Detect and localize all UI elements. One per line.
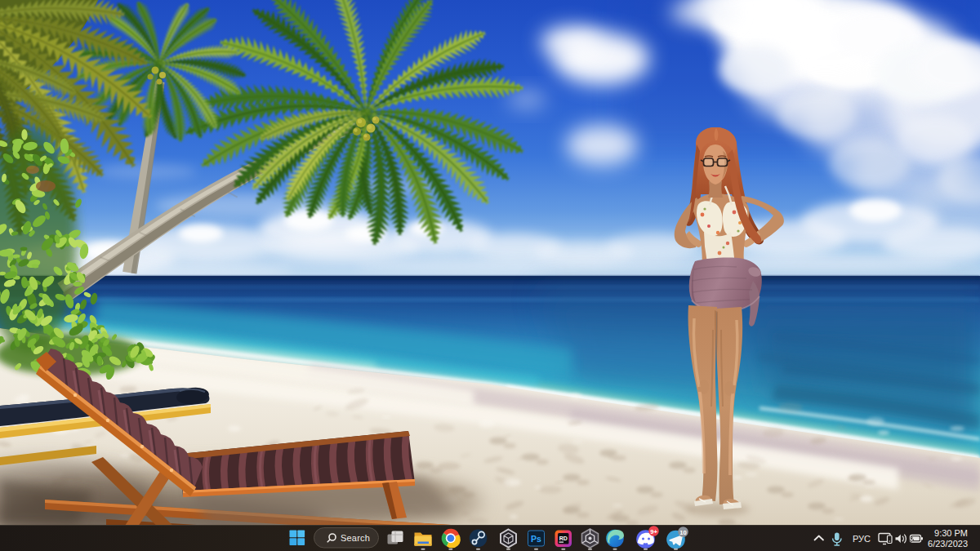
svg-text:6/23/2023: 6/23/2023 xyxy=(928,539,968,549)
svg-text:Search: Search xyxy=(341,533,370,543)
svg-text:9:30 PM: 9:30 PM xyxy=(934,528,968,538)
svg-text:Ps: Ps xyxy=(531,534,541,544)
svg-text:10: 10 xyxy=(679,529,686,536)
svg-text:РУС: РУС xyxy=(853,534,871,544)
svg-text:RD: RD xyxy=(559,535,568,541)
svg-text:9+: 9+ xyxy=(650,528,657,535)
